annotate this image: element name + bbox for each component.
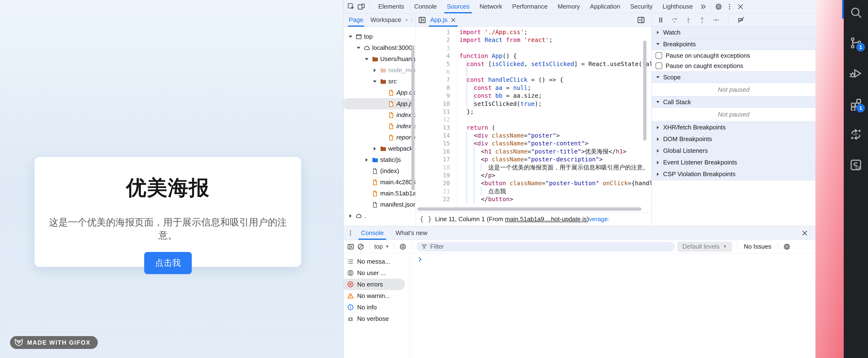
tree-item-static-js[interactable]: static/js <box>344 154 415 165</box>
line-number[interactable]: 17 <box>415 156 450 163</box>
code-line[interactable]: import './App.css'; <box>460 28 651 36</box>
tab-console[interactable]: Console <box>356 226 389 240</box>
line-number[interactable]: 1 <box>415 28 450 36</box>
line-number[interactable]: 21 <box>415 187 450 195</box>
console-filter-no-user-[interactable]: No user ... <box>344 267 410 279</box>
tab-network[interactable]: Network <box>474 0 507 13</box>
line-number[interactable]: 15 <box>415 139 450 147</box>
tree-item-node-mod...[interactable]: node_mod... <box>344 64 415 76</box>
console-messages-area[interactable] <box>410 253 816 358</box>
line-number[interactable]: 11 <box>415 108 450 116</box>
apps-grid-icon[interactable]: 1 <box>849 97 863 111</box>
step-into-icon[interactable] <box>685 16 692 24</box>
code-line[interactable]: 这是一个优美的海报页面，用于展示信息和吸引用户的注意。 <box>460 164 651 171</box>
code-line[interactable]: }; <box>460 108 651 116</box>
deactivate-breakpoints-icon[interactable] <box>737 16 745 24</box>
code-line[interactable]: <h1 className="poster-title">优美海报</h1> <box>460 147 651 156</box>
editor-vertical-scrollbar[interactable] <box>643 40 647 141</box>
line-number[interactable]: 13 <box>415 124 450 132</box>
step-out-icon[interactable] <box>699 16 706 24</box>
tree-item-manifest.json[interactable]: manifest.json <box>344 199 415 210</box>
settings-gear-icon[interactable] <box>783 243 791 250</box>
checkbox[interactable] <box>655 62 662 69</box>
code-area[interactable]: 12345678910111213141516171819202122 impo… <box>415 27 651 207</box>
tree-item-.[interactable]: . <box>344 210 415 221</box>
code-line[interactable]: const handleClick = () => { <box>460 76 651 84</box>
line-number[interactable]: 9 <box>415 92 450 100</box>
workflow-icon[interactable]: 1 <box>849 36 863 50</box>
chevron-down-icon[interactable] <box>372 78 378 85</box>
diff-sync-icon[interactable]: diff <box>849 128 863 141</box>
more-vertical-icon[interactable] <box>347 229 354 237</box>
console-filter-no-errors[interactable]: No errors <box>344 279 405 290</box>
editor-horizontal-scrollbar[interactable] <box>417 208 642 211</box>
line-number[interactable]: 10 <box>415 100 450 108</box>
code-line[interactable]: const aa = null; <box>460 84 651 92</box>
tab-memory[interactable]: Memory <box>553 0 585 13</box>
code-line[interactable]: import React from 'react'; <box>460 36 651 44</box>
code-line[interactable] <box>460 44 651 52</box>
panel-left-icon[interactable] <box>418 16 426 24</box>
section-global-listeners[interactable]: Global Listeners <box>652 145 816 157</box>
section-watch[interactable]: Watch <box>652 27 816 38</box>
console-filter-no-info[interactable]: No info <box>344 302 410 313</box>
chevron-down-icon[interactable] <box>355 45 362 51</box>
code-line[interactable]: 点击我 <box>460 187 651 195</box>
console-filter-input[interactable]: Filter <box>416 242 675 251</box>
tree-item-app.js[interactable]: App.js <box>344 98 412 109</box>
tree-item-app.css[interactable]: App.css <box>344 87 415 98</box>
tree-item-reportw...[interactable]: reportW... <box>344 132 415 143</box>
poster-button[interactable]: 点击我 <box>144 252 192 274</box>
line-number[interactable]: 7 <box>415 76 450 84</box>
tree-item-main.51ab1a9...[interactable]: main.51ab1a9... <box>344 188 415 199</box>
section-csp-violation-breakpoints[interactable]: CSP Violation Breakpoints <box>652 168 816 180</box>
tab-workspace[interactable]: Workspace <box>367 13 405 27</box>
checkbox[interactable] <box>655 52 662 59</box>
settings-gear-icon[interactable] <box>715 3 722 10</box>
close-icon[interactable] <box>801 229 808 237</box>
debug-play-icon[interactable] <box>849 67 863 80</box>
line-number[interactable]: 8 <box>415 84 450 92</box>
line-number[interactable]: 20 <box>415 179 450 187</box>
line-number[interactable]: 19 <box>415 171 450 179</box>
line-number[interactable]: 16 <box>415 147 450 156</box>
tree-scrollbar[interactable] <box>411 45 414 190</box>
source-map-link[interactable]: main.51ab1a9....hot-update.js <box>505 216 587 223</box>
tab-whats-new[interactable]: What's new <box>391 226 432 240</box>
line-number[interactable]: 14 <box>415 132 450 139</box>
section-xhr-fetch-breakpoints[interactable]: XHR/fetch Breakpoints <box>652 121 816 133</box>
line-number-gutter[interactable]: 12345678910111213141516171819202122 <box>415 27 456 207</box>
close-icon[interactable] <box>450 17 456 23</box>
line-number[interactable]: 5 <box>415 60 450 68</box>
line-number[interactable]: 3 <box>415 44 450 52</box>
log-levels-dropdown[interactable]: Default levels ▼ <box>677 242 732 252</box>
code-line[interactable]: setIsClicked(true); <box>460 100 651 108</box>
line-number[interactable]: 12 <box>415 116 450 123</box>
chevron-right-icon[interactable] <box>372 146 378 152</box>
code-line[interactable]: </button> <box>460 195 651 203</box>
panel-left-icon[interactable] <box>347 243 354 250</box>
line-number[interactable]: 22 <box>415 195 450 203</box>
code-line[interactable] <box>460 116 651 123</box>
code-line[interactable]: <div className="poster"> <box>460 132 651 139</box>
pause-icon[interactable] <box>657 16 664 24</box>
tree-item--index-[interactable]: (index) <box>344 165 415 176</box>
code-line[interactable]: function App() { <box>460 52 651 60</box>
tree-item-top[interactable]: top <box>344 31 415 42</box>
code-line[interactable]: const bb = aa.size; <box>460 92 651 100</box>
section-breakpoints[interactable]: Breakpoints <box>652 38 816 50</box>
clear-console-icon[interactable] <box>357 243 365 250</box>
panel-right-icon[interactable] <box>637 16 645 24</box>
step-icon[interactable] <box>712 16 720 24</box>
more-vertical-icon[interactable] <box>726 3 733 10</box>
tab-elements[interactable]: Elements <box>373 0 409 13</box>
line-number[interactable]: 2 <box>415 36 450 44</box>
console-filter-no-messa-[interactable]: No messa... <box>344 256 410 267</box>
tab-page[interactable]: Page <box>345 13 367 27</box>
editor-tab-appjs[interactable]: App.js <box>426 13 460 27</box>
close-icon[interactable] <box>737 3 744 10</box>
chevron-down-icon[interactable] <box>347 34 353 40</box>
eye-icon[interactable] <box>399 243 407 250</box>
gifox-badge[interactable]: MADE WITH GIFOX <box>10 336 98 349</box>
tab-application[interactable]: Application <box>585 0 625 13</box>
